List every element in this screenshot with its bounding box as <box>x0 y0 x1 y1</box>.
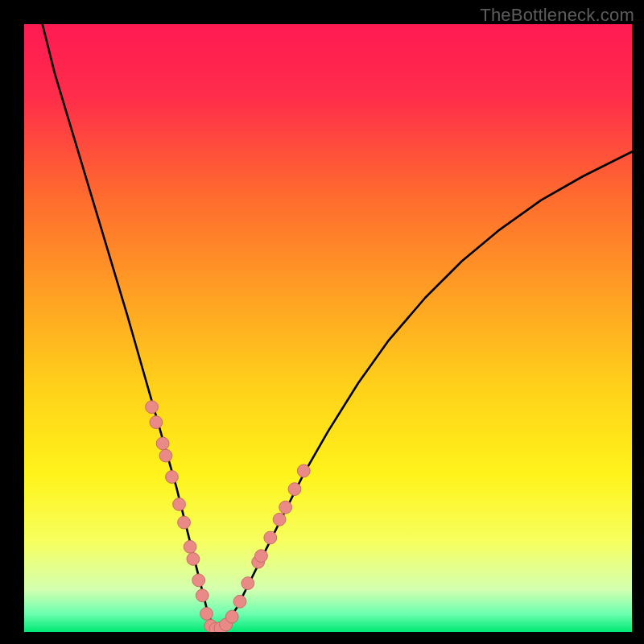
data-marker <box>184 540 196 553</box>
data-marker <box>273 513 286 526</box>
data-marker <box>279 501 292 514</box>
data-marker <box>187 552 200 565</box>
data-marker <box>159 449 172 462</box>
data-marker <box>288 483 301 496</box>
chart-svg <box>24 24 632 632</box>
data-marker <box>166 471 179 484</box>
data-marker <box>225 610 238 623</box>
plot-area <box>24 24 632 632</box>
watermark-text: TheBottleneck.com <box>480 5 634 26</box>
data-marker <box>233 595 246 608</box>
data-marker <box>196 589 208 602</box>
data-marker <box>173 498 186 511</box>
bottleneck-curve <box>43 24 632 629</box>
data-marker <box>255 550 268 563</box>
data-markers <box>146 401 311 632</box>
data-marker <box>150 416 163 429</box>
data-marker <box>297 464 310 477</box>
data-marker <box>178 516 191 529</box>
data-marker <box>264 531 277 544</box>
data-marker <box>200 607 213 620</box>
chart-frame: TheBottleneck.com <box>0 0 644 644</box>
data-marker <box>146 401 159 414</box>
data-marker <box>242 577 254 590</box>
data-marker <box>192 574 205 587</box>
data-marker <box>156 437 169 450</box>
